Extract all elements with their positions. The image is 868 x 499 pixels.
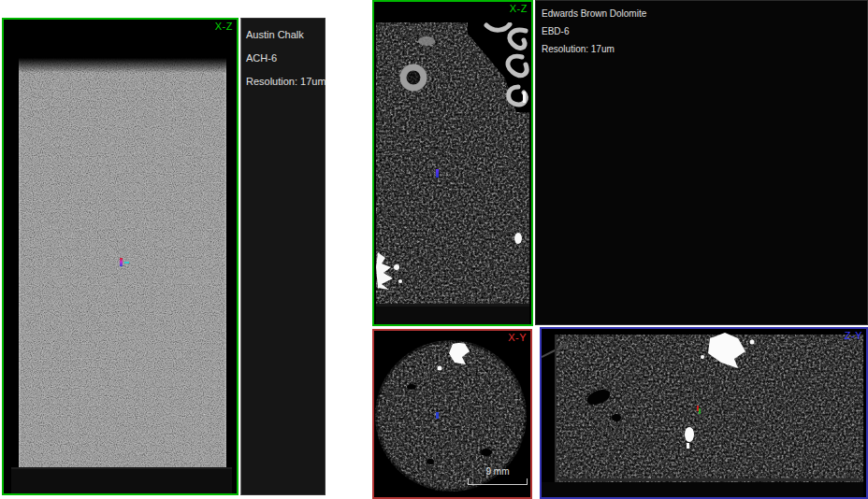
stage-plate-line (560, 478, 860, 481)
slice-cursor-marker-green (699, 408, 701, 414)
sample-id-text: ACH-6 (246, 47, 320, 70)
sample-name-text: Edwards Brown Dolomite (542, 5, 861, 22)
left-xz-slice-viewport[interactable]: X-Z (2, 18, 239, 495)
chalk-core-scan-image (19, 58, 226, 467)
right-xz-slice-viewport[interactable]: X-Z (372, 0, 533, 326)
right-zy-view-label: Z-Y (845, 330, 862, 341)
ct-scan-comparison-screen: { "left_viewer": { "view_label": "X-Z", … (0, 0, 868, 499)
slice-cursor-marker (120, 258, 123, 266)
fossil-ring-feature (403, 67, 424, 88)
dolomite-zy-scan-image (542, 329, 866, 497)
edge-brightening-right (224, 58, 226, 467)
bottom-stage-band (542, 482, 866, 497)
right-sample-info-panel: Edwards Brown Dolomite EBD-6 Resolution:… (535, 0, 868, 325)
core-top-fade (19, 58, 226, 73)
left-sample-info-panel: Austin Chalk ACH-6 Resolution: 17um (240, 18, 326, 495)
scale-bar (468, 478, 528, 485)
dolomite-xz-scan-image (376, 22, 529, 306)
sample-id-text: EBD-6 (542, 22, 861, 40)
pedestal-edge-highlight (555, 335, 557, 482)
sample-stage-pedestal (11, 467, 232, 495)
gray-blob-feature (418, 36, 435, 46)
left-xz-view-label: X-Z (215, 21, 233, 32)
right-edge-shadow (863, 329, 866, 497)
resolution-text: Resolution: 17um (246, 70, 320, 93)
slice-cursor-marker (436, 412, 439, 419)
resolution-text: Resolution: 17um (542, 40, 861, 58)
edge-brightening-left (19, 58, 21, 467)
slice-cursor-marker-tick (124, 262, 129, 264)
right-xy-view-label: X-Y (508, 332, 527, 343)
right-xz-view-label: X-Z (510, 3, 528, 14)
sample-name-text: Austin Chalk (246, 23, 320, 47)
right-xy-slice-viewport[interactable]: X-Y 9 mm (372, 329, 532, 499)
scale-bar-label: 9 mm (468, 466, 528, 477)
sample-stage-pedestal (376, 304, 529, 326)
right-zy-slice-viewport[interactable]: Z-Y (540, 327, 868, 499)
slice-cursor-marker (436, 169, 439, 178)
